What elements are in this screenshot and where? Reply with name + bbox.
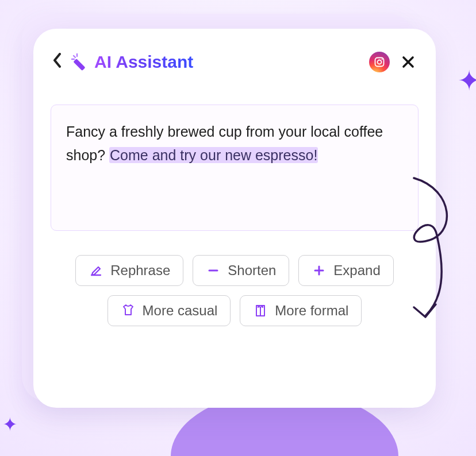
close-button[interactable] (398, 52, 419, 72)
button-label: Shorten (228, 262, 276, 279)
svg-rect-0 (73, 59, 85, 71)
button-label: Expand (333, 262, 380, 279)
text-editor[interactable]: Fancy a freshly brewed cup from your loc… (51, 105, 419, 231)
back-button[interactable] (46, 51, 69, 74)
more-casual-button[interactable]: More casual (108, 295, 231, 326)
panel-title: AI Assistant (94, 52, 193, 72)
ai-assistant-panel: AI Assistant Fancy a freshly brewed cup … (33, 29, 436, 408)
plus-icon (312, 263, 327, 278)
instagram-icon[interactable] (369, 52, 390, 72)
text-content-highlighted: Come and try our new espresso! (109, 147, 318, 163)
close-icon (402, 56, 414, 68)
shirt-icon (253, 303, 268, 318)
sparkle-icon: ✦ (458, 64, 476, 96)
svg-point-3 (382, 59, 383, 60)
button-label: More casual (143, 303, 218, 319)
sparkle-icon: ✦ (2, 414, 18, 435)
expand-button[interactable]: Expand (298, 255, 393, 286)
tshirt-icon (121, 303, 136, 318)
chevron-left-icon (53, 53, 62, 72)
more-formal-button[interactable]: More formal (240, 295, 362, 326)
minus-icon (206, 263, 221, 278)
action-row: Rephrase Shorten Expand More casual More… (33, 255, 436, 326)
shorten-button[interactable]: Shorten (193, 255, 289, 286)
magic-wand-icon (70, 52, 90, 72)
edit-icon (89, 263, 103, 278)
button-label: Rephrase (110, 262, 170, 279)
svg-point-2 (378, 60, 382, 64)
panel-header: AI Assistant (33, 49, 436, 74)
rephrase-button[interactable]: Rephrase (75, 255, 183, 286)
button-label: More formal (275, 303, 348, 319)
